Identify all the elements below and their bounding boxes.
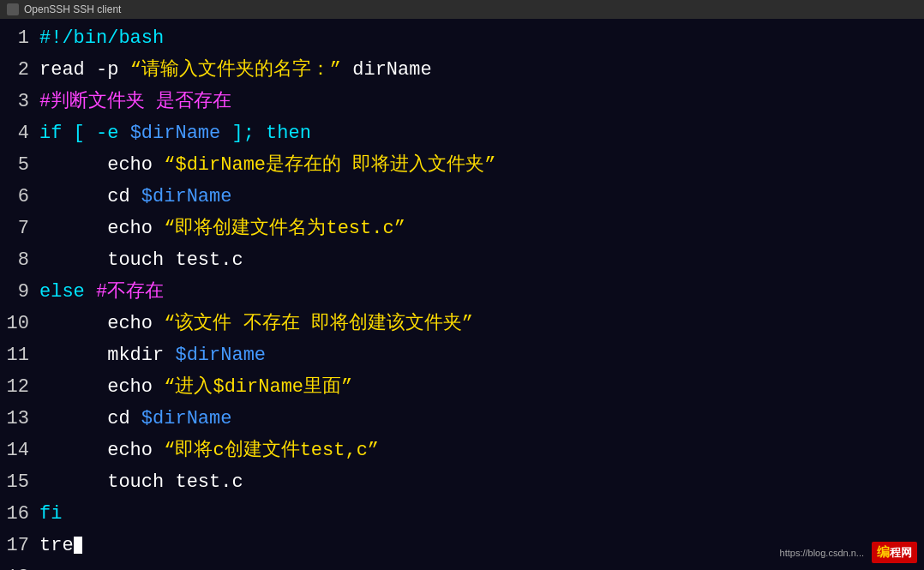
- code-line: 15 touch test.c: [0, 466, 924, 498]
- code-line: 2read -p “请输入文件夹的名字：” dirName: [0, 54, 924, 86]
- line-number: 8: [3, 244, 29, 276]
- line-number: 10: [3, 308, 29, 339]
- cursor: [74, 537, 82, 554]
- code-line: 7 echo “即将创建文件名为test.c”: [0, 213, 924, 244]
- line-content: echo “进入$dirName里面”: [39, 371, 921, 403]
- line-content: else #不存在: [39, 276, 921, 308]
- line-content: echo “即将创建文件名为test.c”: [39, 213, 921, 244]
- line-number: 15: [3, 466, 29, 498]
- line-number: 14: [3, 435, 29, 466]
- line-number: 12: [3, 371, 29, 403]
- line-number: 18: [3, 561, 29, 570]
- line-number: 6: [3, 181, 29, 213]
- line-content: touch test.c: [39, 466, 921, 498]
- watermark-url: https://blog.csdn.n...: [780, 548, 864, 558]
- code-line: 6 cd $dirName: [0, 181, 924, 213]
- line-number: 13: [3, 403, 29, 435]
- code-line: 18: [0, 561, 924, 570]
- line-content: cd $dirName: [39, 403, 921, 435]
- line-content: if [ -e $dirName ]; then: [39, 117, 921, 149]
- line-number: 9: [3, 276, 29, 308]
- line-number: 16: [3, 498, 29, 530]
- line-content: echo “即将c创建文件test,c”: [39, 435, 921, 466]
- watermark-badge: 编程网: [872, 542, 917, 563]
- line-content: mkdir $dirName: [39, 339, 921, 371]
- line-number: 11: [3, 339, 29, 371]
- line-content: fi: [39, 498, 921, 530]
- code-line: 11 mkdir $dirName: [0, 339, 924, 371]
- line-number: 2: [3, 54, 29, 86]
- line-content: #判断文件夹 是否存在: [39, 86, 921, 117]
- code-line: 16fi: [0, 498, 924, 530]
- line-number: 17: [3, 530, 29, 561]
- code-line: 8 touch test.c: [0, 244, 924, 276]
- code-container: 1#!/bin/bash2read -p “请输入文件夹的名字：” dirNam…: [0, 19, 924, 570]
- code-line: 10 echo “该文件 不存在 即将创建该文件夹”: [0, 308, 924, 339]
- code-line: 1#!/bin/bash: [0, 22, 924, 54]
- line-number: 7: [3, 213, 29, 244]
- title-bar-text: OpenSSH SSH client: [24, 3, 121, 15]
- line-number: 4: [3, 117, 29, 149]
- line-content: echo “该文件 不存在 即将创建该文件夹”: [39, 308, 921, 339]
- line-content: touch test.c: [39, 244, 921, 276]
- line-content: #!/bin/bash: [39, 22, 921, 54]
- title-bar: OpenSSH SSH client: [0, 0, 924, 19]
- line-number: 5: [3, 149, 29, 181]
- code-line: 4if [ -e $dirName ]; then: [0, 117, 924, 149]
- code-line: 12 echo “进入$dirName里面”: [0, 371, 924, 403]
- line-number: 3: [3, 86, 29, 117]
- line-number: 1: [3, 22, 29, 54]
- openssh-icon: [7, 3, 19, 15]
- code-line: 3#判断文件夹 是否存在: [0, 86, 924, 117]
- code-line: 13 cd $dirName: [0, 403, 924, 435]
- line-content: read -p “请输入文件夹的名字：” dirName: [39, 54, 921, 86]
- line-content: cd $dirName: [39, 181, 921, 213]
- code-line: 9else #不存在: [0, 276, 924, 308]
- code-line: 14 echo “即将c创建文件test,c”: [0, 435, 924, 466]
- code-line: 5 echo “$dirName是存在的 即将进入文件夹”: [0, 149, 924, 181]
- line-content: echo “$dirName是存在的 即将进入文件夹”: [39, 149, 921, 181]
